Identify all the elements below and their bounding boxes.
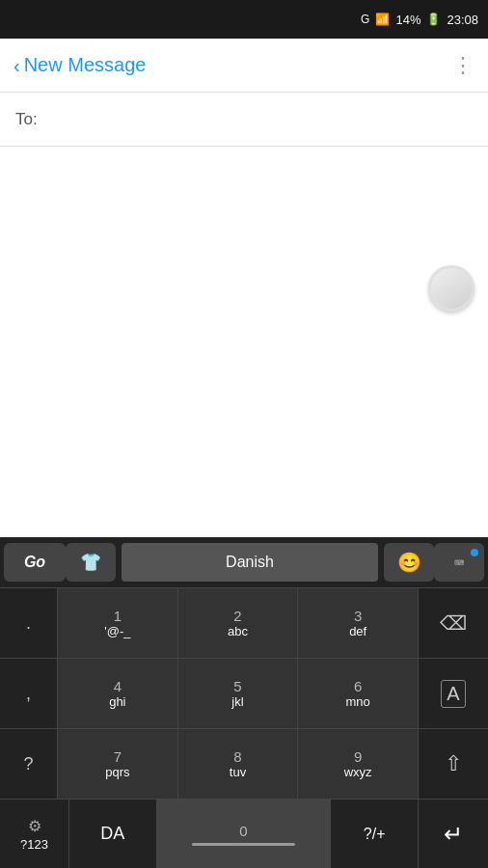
key-5[interactable]: 5 jkl [178, 659, 299, 728]
keyboard-keys: . 1 '@-_ 2 abc 3 def ⌫ , 4 [0, 587, 488, 799]
network-type-icon: G [361, 13, 369, 26]
numeric-layout-button[interactable]: ⌨ [434, 543, 484, 582]
to-field-row: To: [0, 93, 488, 147]
settings-button[interactable]: ⚙ ?123 [0, 800, 69, 868]
to-input[interactable] [45, 110, 473, 129]
enter-icon: ↵ [444, 821, 463, 848]
key-comma[interactable]: , [0, 659, 58, 728]
key-4[interactable]: 4 ghi [58, 659, 178, 728]
header: ‹ New Message ⋮ [0, 39, 488, 93]
shift-button[interactable]: ⇧ [419, 729, 488, 799]
settings-label: ?123 [20, 837, 48, 852]
to-label: To: [15, 110, 38, 129]
settings-icon: ⚙ [28, 817, 41, 835]
space-number: 0 [239, 823, 247, 839]
message-area [0, 147, 488, 429]
scroll-button[interactable] [428, 265, 474, 312]
key-8[interactable]: 8 tuv [178, 729, 299, 799]
font-icon: A [441, 680, 465, 708]
delete-button[interactable]: ⌫ [419, 588, 488, 658]
key-1[interactable]: 1 '@-_ [58, 588, 178, 658]
go-button[interactable]: Go [4, 543, 66, 582]
keyboard-toolbar: Go 👕 Danish 😊 ⌨ [0, 537, 488, 587]
page-title: New Message [24, 54, 147, 76]
language-label: Danish [226, 554, 274, 571]
go-label: Go [24, 554, 45, 571]
keyboard-bottom-row: ⚙ ?123 DA 0 ?/+ ↵ [0, 799, 488, 868]
da-key[interactable]: DA [69, 800, 157, 868]
signal-bars-icon: 📶 [375, 13, 390, 26]
battery-percentage: 14% [395, 13, 420, 27]
layout-icon: 👕 [80, 552, 101, 573]
scroll-button-inner [431, 268, 472, 309]
active-indicator [471, 549, 478, 556]
status-bar: G 📶 14% 🔋 23:08 [0, 0, 488, 39]
da-label: DA [100, 824, 124, 844]
key-3[interactable]: 3 def [298, 588, 419, 658]
key-question[interactable]: ? [0, 729, 58, 799]
delete-icon: ⌫ [440, 611, 467, 635]
enter-key[interactable]: ↵ [419, 800, 488, 868]
key-7[interactable]: 7 pqrs [58, 729, 178, 799]
layout-button[interactable]: 👕 [66, 543, 116, 582]
more-options-button[interactable]: ⋮ [452, 53, 474, 78]
key-6[interactable]: 6 mno [298, 659, 419, 728]
back-chevron-icon: ‹ [14, 56, 20, 75]
numeric-icon: ⌨ [454, 554, 464, 572]
key-9[interactable]: 9 wxyz [298, 729, 419, 799]
key-row-2: , 4 ghi 5 jkl 6 mno A [0, 658, 488, 728]
key-row-3: ? 7 pqrs 8 tuv 9 wxyz ⇧ [0, 728, 488, 799]
shift-icon: ⇧ [445, 751, 462, 776]
keyboard-area: Go 👕 Danish 😊 ⌨ . 1 '@-_ 2 [0, 537, 488, 868]
key-dot[interactable]: . [0, 588, 58, 658]
battery-icon: 🔋 [426, 13, 441, 26]
clock: 23:08 [447, 13, 478, 27]
emoji-button[interactable]: 😊 [384, 543, 434, 582]
language-button[interactable]: Danish [122, 543, 378, 582]
emoji-icon: 😊 [397, 551, 421, 574]
special-chars-label: ?/+ [364, 826, 386, 843]
back-button[interactable]: ‹ New Message [14, 54, 146, 76]
space-bar-visual [192, 843, 296, 846]
key-2[interactable]: 2 abc [178, 588, 299, 658]
key-row-1: . 1 '@-_ 2 abc 3 def ⌫ [0, 587, 488, 658]
space-key[interactable]: 0 [157, 800, 332, 868]
font-button[interactable]: A [419, 659, 488, 728]
special-chars-key[interactable]: ?/+ [331, 800, 419, 868]
